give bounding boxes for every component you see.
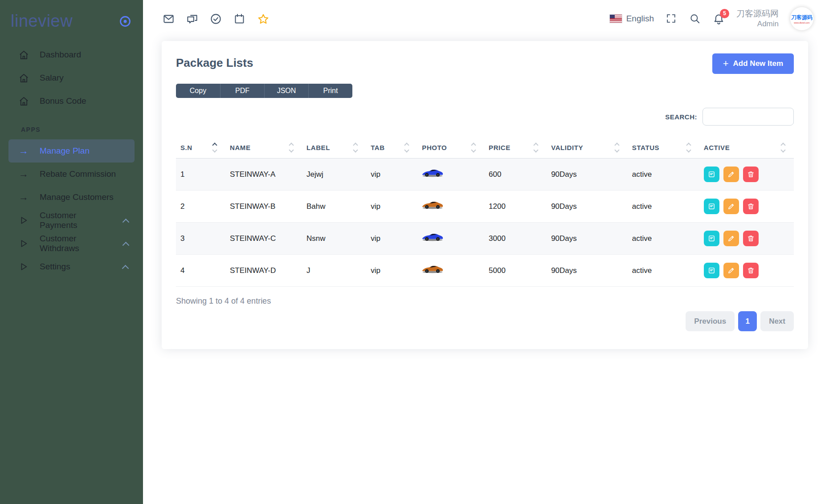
sort-icons[interactable]	[290, 143, 299, 152]
sidebar-item-salary[interactable]: Salary	[8, 66, 135, 89]
cell-name: STEINWAY-A	[225, 159, 302, 191]
delete-icon	[747, 235, 755, 242]
sort-asc-icon	[404, 142, 409, 147]
json-button[interactable]: JSON	[264, 84, 308, 98]
sort-icons[interactable]	[615, 143, 625, 152]
sidebar-section-apps: APPS	[0, 113, 143, 139]
sort-desc-icon	[212, 147, 217, 152]
edit-icon	[727, 171, 735, 178]
column-header-label[interactable]: LABEL	[302, 137, 366, 159]
search-icon[interactable]	[689, 13, 701, 25]
column-header-price[interactable]: PRICE	[484, 137, 547, 159]
sort-icons[interactable]	[213, 143, 223, 152]
sidebar-item-settings[interactable]: Settings	[8, 255, 135, 278]
sidebar-item-manage-customers[interactable]: → Manage Customers	[8, 186, 135, 209]
cell-sn: 1	[176, 159, 225, 191]
main-area: English 5 刀客源码网 Admin 刀客源码 www.dkewl.com	[143, 0, 825, 504]
cell-tab: vip	[366, 223, 417, 255]
delete-button[interactable]	[743, 231, 759, 246]
column-header-photo[interactable]: PHOTO	[417, 137, 484, 159]
details-button[interactable]	[704, 263, 719, 278]
sort-asc-icon	[289, 142, 294, 147]
cell-validity: 90Days	[547, 255, 628, 287]
sidebar-item-manage-plan[interactable]: → Manage Plan	[8, 139, 135, 163]
sidebar-toggle-icon[interactable]	[119, 15, 131, 28]
edit-button[interactable]	[723, 167, 739, 182]
table-header-row: S.N NAME LABEL TAB PHOTO PRICE VALIDITY …	[176, 137, 794, 159]
cell-label: Bahw	[302, 191, 366, 223]
sidebar-item-bonus-code[interactable]: Bonus Code	[8, 89, 135, 113]
cell-sn: 2	[176, 191, 225, 223]
cell-sn: 3	[176, 223, 225, 255]
check-circle-icon[interactable]	[210, 13, 222, 25]
chevron-up-icon	[123, 218, 128, 223]
sidebar-item-label: Bonus Code	[40, 96, 86, 106]
delete-button[interactable]	[743, 263, 759, 278]
sidebar-item-rebate-commission[interactable]: → Rebate Commission	[8, 163, 135, 186]
sort-asc-icon	[471, 142, 476, 147]
search-input[interactable]	[702, 108, 794, 126]
cell-sn: 4	[176, 255, 225, 287]
details-button[interactable]	[704, 231, 719, 246]
sort-icons[interactable]	[472, 143, 482, 152]
user-org: 刀客源码网	[736, 8, 779, 20]
home-icon	[18, 49, 29, 60]
details-button[interactable]	[704, 199, 719, 214]
sort-icons[interactable]	[405, 143, 415, 152]
cell-validity: 90Days	[547, 223, 628, 255]
copy-button[interactable]: Copy	[176, 84, 220, 98]
calendar-icon[interactable]	[233, 13, 245, 25]
mail-icon[interactable]	[163, 13, 175, 25]
sidebar-nav: Dashboard Salary Bonus Code	[0, 43, 143, 113]
table-row: 4 STEINWAY-D J vip 5000 90Days active	[176, 255, 794, 287]
sidebar-item-label: Customer Withdraws	[40, 234, 113, 253]
edit-icon	[727, 235, 735, 242]
edit-button[interactable]	[723, 263, 739, 278]
next-page-button[interactable]: Next	[760, 311, 794, 331]
sidebar-item-label: Manage Plan	[40, 146, 90, 156]
delete-button[interactable]	[743, 199, 759, 214]
column-header-sn[interactable]: S.N	[176, 137, 225, 159]
sort-icons[interactable]	[781, 143, 791, 152]
sort-desc-icon	[614, 147, 619, 152]
details-icon	[708, 267, 715, 274]
language-selector[interactable]: English	[610, 14, 654, 24]
edit-button[interactable]	[723, 231, 739, 246]
previous-page-button[interactable]: Previous	[686, 311, 735, 331]
cell-price: 1200	[484, 191, 547, 223]
sort-icons[interactable]	[354, 143, 363, 152]
column-header-status[interactable]: STATUS	[628, 137, 699, 159]
notifications-bell[interactable]: 5	[713, 13, 725, 25]
pagination: Previous 1 Next	[176, 311, 794, 331]
add-new-item-button[interactable]: + Add New Item	[712, 53, 794, 74]
table-row: 3 STEINWAY-C Nsnw vip 3000 90Days active	[176, 223, 794, 255]
search-label: SEARCH:	[665, 113, 697, 121]
pdf-button[interactable]: PDF	[220, 84, 264, 98]
sort-icons[interactable]	[687, 143, 697, 152]
sidebar-item-customer-withdraws[interactable]: Customer Withdraws	[8, 232, 135, 255]
column-header-active[interactable]: ACTIVE	[699, 137, 794, 159]
sort-asc-icon	[614, 142, 619, 147]
print-button[interactable]: Print	[308, 84, 352, 98]
sort-icons[interactable]	[534, 143, 544, 152]
sidebar-item-customer-payments[interactable]: Customer Payments	[8, 209, 135, 232]
sidebar-item-dashboard[interactable]: Dashboard	[8, 43, 135, 66]
page-number-button[interactable]: 1	[738, 311, 757, 331]
column-header-tab[interactable]: TAB	[366, 137, 417, 159]
arrow-right-icon: →	[18, 146, 29, 156]
package-lists-card: Package Lists + Add New Item Copy PDF JS…	[162, 41, 808, 349]
delete-button[interactable]	[743, 167, 759, 182]
column-header-name[interactable]: NAME	[225, 137, 302, 159]
fullscreen-icon[interactable]	[666, 13, 678, 25]
details-button[interactable]	[704, 167, 719, 182]
star-icon[interactable]	[257, 13, 269, 25]
cell-status: active	[628, 159, 699, 191]
column-header-validity[interactable]: VALIDITY	[547, 137, 628, 159]
user-info[interactable]: 刀客源码网 Admin	[736, 8, 779, 29]
sidebar-item-label: Settings	[40, 262, 70, 272]
edit-button[interactable]	[723, 199, 739, 214]
avatar[interactable]: 刀客源码 www.dkewl.com	[790, 7, 813, 30]
chat-icon[interactable]	[186, 13, 198, 25]
us-flag-icon	[610, 15, 622, 23]
sidebar-item-label: Rebate Commission	[40, 169, 116, 179]
